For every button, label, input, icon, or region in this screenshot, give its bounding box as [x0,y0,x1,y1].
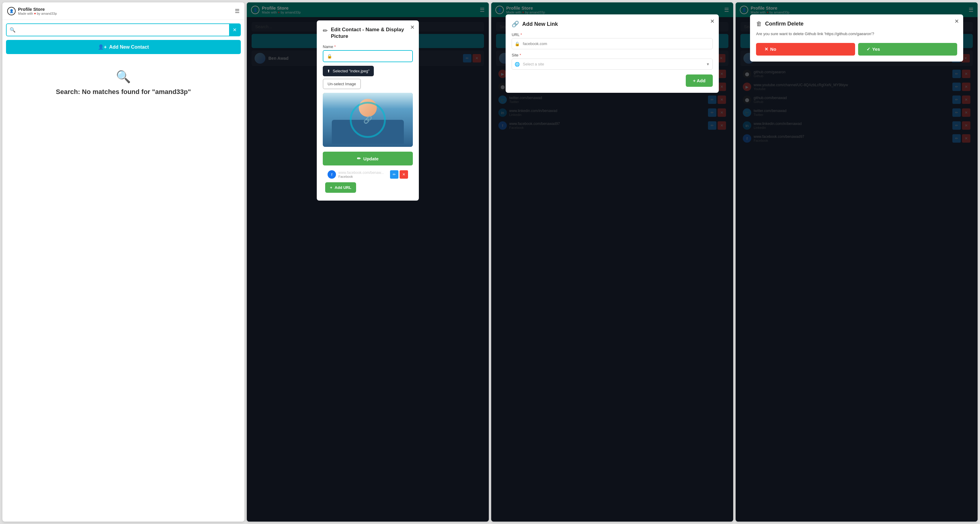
no-matches-icon: 🔍 [116,70,131,84]
no-button-4[interactable]: ✕ No [756,43,855,56]
confirm-text-4: Are you sure want to delete Github link … [756,31,957,37]
image-preview-2: 🔗 [323,93,413,147]
trash-icon-4: 🗑 [756,21,762,27]
panel-confirm-delete: 👤 Profile Store Made with ♥ by amand33p … [736,2,978,522]
url-label-3: URL * [512,32,713,37]
person-photo-2: 🔗 [323,93,413,147]
modal-header-2: ✏ Edit Contact - Name & Display Picture [323,26,413,40]
panel-add-link: 👤 Profile Store Made with ♥ by amand33p … [491,2,733,522]
search-icon-1: 🔍 [6,27,19,33]
globe-icon-3: 🌐 [515,62,520,67]
app-title-group-1: 👤 Profile Store Made with ♥ by amand33p [7,6,57,15]
site-label-3: Site * [512,53,713,57]
modal-close-button-3[interactable]: ✕ [710,18,714,25]
add-contact-icon-1: 👤+ [98,44,107,50]
check-icon-4: ✓ [867,46,870,52]
panel-edit-contact: 👤 Profile Store Made with ♥ by amand33p … [247,2,489,522]
yes-button-4[interactable]: ✓ Yes [858,43,957,56]
link-modal-title-3: Add New Link [522,21,558,27]
update-icon-2: ✏ [357,156,361,161]
site-required-3: * [519,53,521,57]
confirm-delete-modal: ✕ 🗑 Confirm Delete Are you sure want to … [750,14,963,62]
edit-contact-modal: ✕ ✏ Edit Contact - Name & Display Pictur… [317,21,419,201]
search-bar-1: 🔍 amand33p ✕ [6,24,241,36]
modal-overlay-2: ✕ ✏ Edit Contact - Name & Display Pictur… [247,2,489,522]
link-modal-header-3: 🔗 Add New Link [512,21,713,28]
link-item-facebook-2: f www.facebook.com/benaw... Facebook ✏ ✕ [325,169,410,180]
site-select-3[interactable]: Select a site Facebook Github Twitter Li… [512,59,713,70]
confirm-actions-4: ✕ No ✓ Yes [756,43,957,56]
app-title-1: Profile Store [18,6,57,12]
search-clear-button-1[interactable]: ✕ [229,24,240,36]
name-input-2[interactable]: Ben Awad [334,54,409,59]
name-label-2: Name * [323,45,413,49]
no-matches-container: 🔍 Search: No matches found for "amand33p… [2,58,244,109]
site-select-wrapper-3: 🌐 Select a site Facebook Github Twitter … [512,59,713,70]
url-prefix-icon-3: 🔒 [515,41,520,46]
menu-icon-1[interactable]: ☰ [235,8,240,14]
plus-icon-2: + [330,185,332,190]
modal-title-2: Edit Contact - Name & Display Picture [331,26,413,40]
confirm-title-4: Confirm Delete [765,21,803,27]
link-text-facebook-2: www.facebook.com/benaw... Facebook [338,170,388,178]
add-link-modal: ✕ 🔗 Add New Link URL * 🔒 Site * 🌐 Select [506,14,719,93]
add-url-button-2[interactable]: + Add URL [325,182,356,193]
heart-icon-1: ♥ [34,12,36,15]
link-delete-2[interactable]: ✕ [399,170,408,179]
no-matches-text: Search: No matches found for "amand33p" [56,88,191,97]
url-input-wrapper-3: 🔒 [512,38,713,49]
file-select-button-2[interactable]: ⬆ Selected "index.jpeg" [323,66,374,76]
watermark-icon-2: 🔗 [363,116,372,124]
unselect-image-button-2[interactable]: Un-select Image [323,79,361,89]
app-icon-1: 👤 [7,7,16,15]
name-input-wrapper-2: 🔒 Ben Awad [323,50,413,62]
required-indicator-2: * [334,45,336,49]
add-contact-button-1[interactable]: 👤+ Add New Contact [6,40,241,54]
search-input-1[interactable]: amand33p [19,25,229,35]
confirm-header-4: 🗑 Confirm Delete [756,21,957,27]
panel-search: 👤 Profile Store Made with ♥ by amand33p … [2,2,244,522]
x-icon-4: ✕ [764,46,768,52]
add-link-button-3[interactable]: + Add [686,75,713,87]
link-chain-icon-3: 🔗 [512,21,519,28]
url-required-3: * [520,32,522,37]
link-list-preview-2: f www.facebook.com/benaw... Facebook ✏ ✕ [323,169,413,180]
watermark-circle-2: 🔗 [350,102,386,138]
modal-close-button-4[interactable]: ✕ [955,18,959,25]
app-header-1: 👤 Profile Store Made with ♥ by amand33p … [2,2,244,20]
modal-overlay-3: ✕ 🔗 Add New Link URL * 🔒 Site * 🌐 Select [491,2,733,522]
url-input-3[interactable] [512,38,713,49]
edit-icon-2: ✏ [323,27,328,34]
link-edit-2[interactable]: ✏ [390,170,398,179]
chevron-icon-3: ▼ [706,62,710,66]
add-btn-container-3: + Add [512,75,713,87]
upload-icon-2: ⬆ [327,69,330,73]
lock-icon-2: 🔒 [327,54,332,59]
facebook-icon-2: f [328,170,336,179]
app-subtitle-1: Made with ♥ by amand33p [18,12,57,15]
modal-overlay-4: ✕ 🗑 Confirm Delete Are you sure want to … [736,2,978,522]
update-button-2[interactable]: ✏ Update [323,152,413,166]
modal-close-button-2[interactable]: ✕ [410,24,415,30]
